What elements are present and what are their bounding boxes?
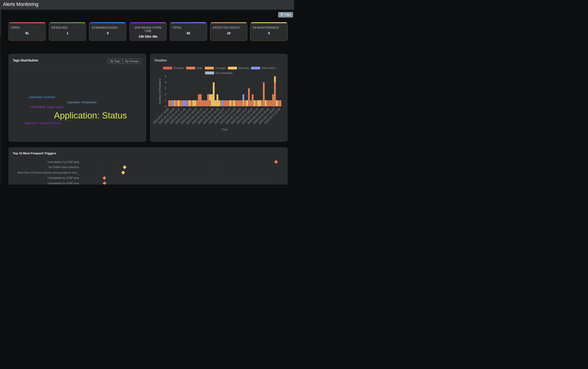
svg-text:Time: Time bbox=[221, 128, 228, 131]
svg-text:More than 100 items having mis: More than 100 items having missing data … bbox=[18, 171, 79, 174]
svg-text:Unavailable by ICMP ping: Unavailable by ICMP ping bbox=[47, 176, 79, 180]
svg-text:1: 1 bbox=[164, 99, 166, 102]
svg-text:5: 5 bbox=[164, 75, 166, 78]
svg-text:No SNMP data collection: No SNMP data collection bbox=[49, 166, 79, 169]
svg-text:4: 4 bbox=[164, 81, 166, 84]
svg-text:Unavailable by ICMP ping: Unavailable by ICMP ping bbox=[47, 160, 79, 164]
svg-text:2: 2 bbox=[164, 93, 166, 96]
svg-text:0: 0 bbox=[164, 105, 166, 108]
svg-text:Unavailable by ICMP ping: Unavailable by ICMP ping bbox=[47, 182, 79, 184]
svg-text:3: 3 bbox=[164, 87, 166, 90]
svg-text:Number of Problems: Number of Problems bbox=[158, 78, 161, 104]
